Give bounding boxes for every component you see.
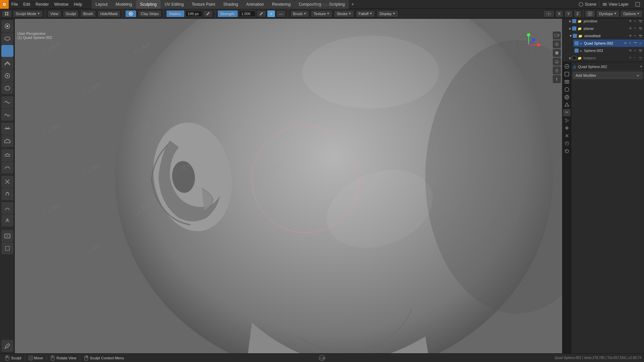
tool-fill[interactable] bbox=[1, 135, 13, 147]
viewport-options-btn[interactable] bbox=[553, 75, 561, 83]
viewport-render-btn[interactable] bbox=[553, 40, 561, 48]
quad-sphere-eye-icon[interactable]: 👁 bbox=[623, 41, 628, 46]
tool-blob[interactable] bbox=[1, 82, 13, 94]
menu-window[interactable]: Window bbox=[51, 0, 71, 9]
tool-grab[interactable] bbox=[1, 188, 13, 200]
planar-cursor-icon[interactable]: ↖ bbox=[633, 26, 638, 31]
primitive-eye-icon[interactable]: 👁 bbox=[628, 19, 633, 23]
sphere003-eye-icon[interactable]: 👁 bbox=[628, 48, 633, 53]
workspace-animation[interactable]: Animation bbox=[242, 0, 268, 9]
x-axis-btn[interactable]: X bbox=[555, 10, 564, 17]
tool-layer[interactable] bbox=[1, 57, 13, 69]
symmetry-icon[interactable] bbox=[543, 10, 554, 17]
radius-edit-btn[interactable] bbox=[203, 10, 213, 17]
workspace-sculpting[interactable]: Sculpting bbox=[136, 0, 161, 9]
strength-value[interactable]: 1.000 bbox=[239, 11, 256, 17]
prop-view-layer-icon[interactable] bbox=[563, 78, 571, 85]
display-dropdown[interactable]: Display▼ bbox=[377, 10, 398, 17]
prop-constraints-icon[interactable] bbox=[563, 132, 571, 139]
quad-sphere-visible-cb[interactable] bbox=[575, 41, 579, 45]
smoothed-cursor-icon[interactable]: ↖ bbox=[633, 34, 638, 38]
outliner-item-helpers[interactable]: ▶ 📁 helpers 👁 ↖ 📷 bbox=[568, 54, 644, 62]
tool-inflate[interactable] bbox=[1, 70, 13, 82]
viewport-shading-material[interactable] bbox=[553, 58, 561, 66]
remesh-icon[interactable] bbox=[585, 10, 595, 17]
outliner-item-sphere003[interactable]: ● Sphere.003 👁 ↖ 📷 bbox=[573, 47, 644, 54]
prop-data-icon[interactable] bbox=[563, 140, 571, 147]
strength-add-btn[interactable]: + bbox=[267, 10, 275, 17]
brush-menu-header[interactable]: Brush bbox=[80, 10, 96, 17]
prop-modifier-icon active[interactable] bbox=[563, 109, 571, 116]
primitive-render-icon[interactable]: 📷 bbox=[638, 19, 643, 23]
planar-render-icon[interactable]: 📷 bbox=[638, 26, 643, 31]
menu-help[interactable]: Help bbox=[71, 0, 85, 9]
smoothed-eye-icon[interactable]: 👁 bbox=[628, 34, 633, 38]
prop-object-icon[interactable] bbox=[563, 101, 571, 109]
radius-label[interactable]: Radius: bbox=[166, 10, 184, 17]
add-modifier-btn[interactable]: Add Modifier bbox=[573, 72, 643, 79]
prop-output-icon[interactable] bbox=[563, 70, 571, 78]
planar-visible-cb[interactable] bbox=[572, 26, 576, 31]
workspace-shading[interactable]: Shading bbox=[219, 0, 242, 9]
workspace-uv[interactable]: UV Editing bbox=[161, 0, 188, 9]
dyntopo-btn[interactable]: Dyntopo▼ bbox=[596, 10, 620, 17]
workspace-layout[interactable]: Layout bbox=[92, 0, 112, 9]
strength-minus-btn[interactable]: — bbox=[276, 10, 286, 17]
tool-draw[interactable] bbox=[1, 20, 13, 32]
tool-crease[interactable] bbox=[1, 96, 13, 108]
outliner-item-planar[interactable]: ▶ 📁 planar 👁 ↖ 📷 bbox=[568, 25, 644, 32]
y-axis-btn[interactable]: Y bbox=[564, 10, 573, 17]
brush-name-display[interactable]: Clay Strips bbox=[138, 10, 162, 17]
planar-eye-icon[interactable]: 👁 bbox=[628, 26, 633, 31]
quad-sphere-render-icon[interactable]: 📷 bbox=[633, 41, 638, 46]
radius-value[interactable]: 199 px bbox=[185, 11, 202, 17]
prop-material-icon[interactable] bbox=[563, 147, 571, 155]
helpers-eye-icon[interactable]: 👁 bbox=[628, 56, 633, 60]
tool-smooth[interactable] bbox=[1, 109, 13, 121]
tool-pinch[interactable] bbox=[1, 176, 13, 188]
quad-sphere-data-icon[interactable]: ● bbox=[638, 41, 643, 46]
outliner-item-smoothed[interactable]: ▼ 📁 smoothed 👁 ↖ 📷 bbox=[568, 32, 644, 40]
window-controls[interactable] bbox=[633, 0, 643, 9]
menu-render[interactable]: Render bbox=[33, 0, 51, 9]
workspace-texture-paint[interactable]: Texture Paint bbox=[188, 0, 219, 9]
add-workspace-btn[interactable]: + bbox=[349, 0, 357, 9]
prop-scene-icon[interactable] bbox=[563, 86, 571, 93]
tool-scrape[interactable] bbox=[1, 149, 13, 161]
primitive-cursor-icon[interactable]: ↖ bbox=[633, 19, 638, 23]
prop-world-icon[interactable] bbox=[563, 94, 571, 101]
helpers-visible-cb[interactable] bbox=[572, 56, 576, 60]
helpers-render-icon[interactable]: 📷 bbox=[638, 56, 643, 60]
prop-render-icon[interactable] bbox=[563, 63, 571, 70]
sphere003-render-icon[interactable]: 📷 bbox=[638, 48, 643, 53]
strength-label[interactable]: Strength: bbox=[217, 10, 238, 17]
strength-edit-btn[interactable] bbox=[256, 10, 266, 17]
viewport-3d[interactable]: 人人素材 人人素材 人人素材 人人素材 人人素材 人人素材 人人素材 人人素材 … bbox=[15, 19, 562, 353]
options-btn[interactable]: Options▼ bbox=[620, 10, 643, 17]
menu-file[interactable]: File bbox=[9, 0, 20, 9]
smoothed-visible-cb[interactable] bbox=[573, 34, 577, 38]
stroke-dropdown[interactable]: Stroke▼ bbox=[334, 10, 354, 17]
tool-annotate[interactable] bbox=[1, 340, 13, 352]
brush-dropdown[interactable]: Brush▼ bbox=[290, 10, 310, 17]
editor-type-btn[interactable] bbox=[1, 10, 12, 17]
quad-sphere-cursor-icon[interactable]: ↖ bbox=[628, 41, 633, 46]
falloff-dropdown[interactable]: Falloff▼ bbox=[356, 10, 375, 17]
tool-clay-strips[interactable] bbox=[1, 45, 13, 57]
tool-box-mask[interactable] bbox=[1, 242, 13, 254]
menu-edit[interactable]: Edit bbox=[20, 0, 33, 9]
view-menu[interactable]: View bbox=[47, 10, 61, 17]
tool-smooth-flat[interactable] bbox=[1, 33, 13, 45]
mode-selector[interactable]: Sculpt Mode ▼ bbox=[13, 10, 43, 17]
sphere003-cursor-icon[interactable]: ↖ bbox=[633, 48, 638, 53]
tool-flatten[interactable] bbox=[1, 123, 13, 135]
sculpt-menu[interactable]: Sculpt bbox=[63, 10, 79, 17]
z-axis-btn[interactable]: Z bbox=[574, 10, 582, 17]
smoothed-render-icon[interactable]: 📷 bbox=[638, 34, 643, 38]
primitive-visible-cb[interactable] bbox=[572, 19, 576, 23]
hide-mask-menu[interactable]: Hide/Mask bbox=[97, 10, 121, 17]
brush-icon-btn[interactable] bbox=[125, 10, 137, 17]
sphere003-visible-cb[interactable] bbox=[575, 49, 579, 53]
tool-thumb[interactable] bbox=[1, 215, 13, 227]
helpers-cursor-icon[interactable]: ↖ bbox=[633, 56, 638, 60]
